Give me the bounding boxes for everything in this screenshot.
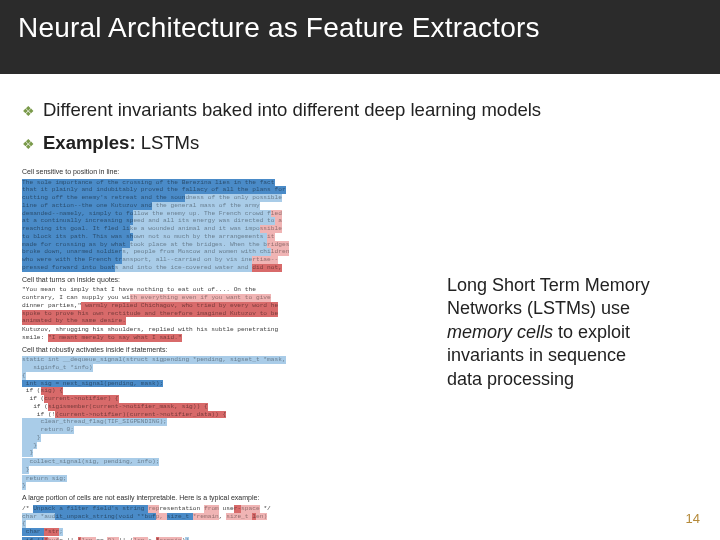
diamond-icon: ❖ (22, 135, 35, 154)
viz-row: clear_thread_flag(TIF_SIGPENDING); (22, 418, 427, 426)
viz-row: dinner parties," warmly replied Chichago… (22, 302, 427, 310)
bullet-item: ❖ Examples: LSTMs (22, 131, 698, 156)
bullet-text: Different invariants baked into differen… (43, 98, 541, 123)
viz-row: char *str; (22, 528, 427, 536)
viz-row: collect_signal(sig, pending, info); (22, 458, 427, 466)
viz-row: made for crossing as by what took place … (22, 241, 427, 249)
viz-row: pressed forward into boats and into the … (22, 264, 427, 272)
bullet-text: Examples: LSTMs (43, 131, 199, 156)
page-number: 14 (686, 511, 700, 526)
viz-row: reaching its goal. It fled like a wounde… (22, 225, 427, 233)
viz-row: line of action--the one Kutuzov and the … (22, 202, 427, 210)
viz-row: smile: "I meant merely to say what I sai… (22, 334, 427, 342)
viz-row: } (22, 434, 427, 442)
viz-row: return sig; (22, 475, 427, 483)
viz-section-label: A large portion of cells are not easily … (22, 494, 427, 503)
viz-row: if (current->notifier) { (22, 395, 427, 403)
viz-row: char *audit_unpack_string(void **bufp, s… (22, 513, 427, 521)
viz-row: static int __dequeue_signal(struct sigpe… (22, 356, 427, 364)
viz-row: demanded--namely, simply to follow the e… (22, 210, 427, 218)
viz-row: The sole importance of the crossing of t… (22, 179, 427, 187)
viz-row: to block its path. This was shown not so… (22, 233, 427, 241)
viz-row: } (22, 466, 427, 474)
viz-row: if (sigismember(current->notifier_mask, … (22, 403, 427, 411)
viz-row: { (22, 372, 427, 380)
content-area: ❖ Different invariants baked into differ… (0, 74, 720, 540)
viz-row: spoke to prove his own rectitude and the… (22, 310, 427, 318)
viz-section-label: Cell sensitive to position in line: (22, 168, 427, 177)
bullet-bold: Examples: (43, 132, 136, 153)
viz-row: { (22, 520, 427, 528)
viz-section-label: Cell that turns on inside quotes: (22, 276, 427, 285)
viz-row: } (22, 482, 427, 490)
viz-row: at a continually increasing speed and al… (22, 217, 427, 225)
viz-row: if (!(current->notifier)(current->notifi… (22, 411, 427, 419)
viz-row: siginfo_t *info) (22, 364, 427, 372)
viz-row: broke down, unarmed soldiers, people fro… (22, 248, 427, 256)
bullet-item: ❖ Different invariants baked into differ… (22, 98, 698, 123)
caption-em: memory cells (447, 322, 553, 342)
viz-row: int sig = next_signal(pending, mask); (22, 380, 427, 388)
slide-title: Neural Architecture as Feature Extractor… (18, 12, 702, 44)
viz-row: who were with the French transport, all-… (22, 256, 427, 264)
viz-row: return 0; (22, 426, 427, 434)
viz-row: } (22, 449, 427, 457)
diamond-icon: ❖ (22, 102, 35, 121)
viz-row: if (sig) { (22, 387, 427, 395)
viz-row: } (22, 442, 427, 450)
viz-row: "You mean to imply that I have nothing t… (22, 286, 427, 294)
lstm-visualization: Cell sensitive to position in line: The … (22, 164, 427, 540)
viz-row: contrary, I can supply you with everythi… (22, 294, 427, 302)
viz-section-label: Cell that robustly activates inside if s… (22, 346, 427, 355)
viz-row: that it plainly and indubitably proved t… (22, 186, 427, 194)
caption-pre: Long Short Term Memory Networks (LSTMs) … (447, 275, 650, 318)
viz-row: Kutuzov, shrugging his shoulders, replie… (22, 326, 427, 334)
viz-row: /* Unpack a filter field's string repres… (22, 505, 427, 513)
viz-row: animated by the same desire. (22, 317, 427, 325)
title-bar: Neural Architecture as Feature Extractor… (0, 0, 720, 74)
figure-caption: Long Short Term Memory Networks (LSTMs) … (427, 164, 682, 540)
figure-area: Cell sensitive to position in line: The … (22, 164, 698, 540)
viz-row: cutting off the enemy's retreat and the … (22, 194, 427, 202)
